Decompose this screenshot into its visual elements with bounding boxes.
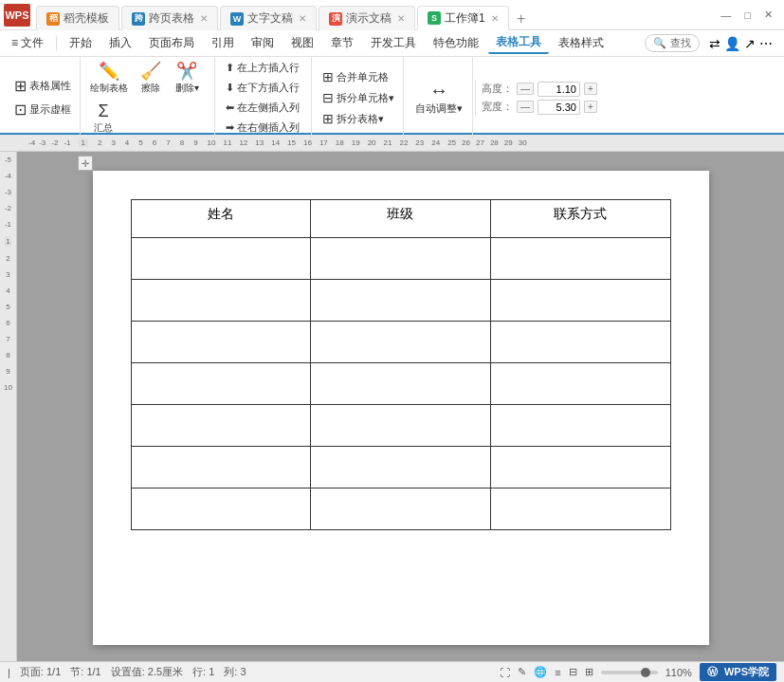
table-header-contact[interactable]: 联系方式 [490, 200, 670, 238]
vruler-num: 3 [6, 270, 9, 279]
ruler-num: 19 [352, 138, 360, 147]
document-area[interactable]: ✛ 姓名 班级 联系方式 [17, 152, 784, 661]
table-cell[interactable] [131, 488, 311, 530]
table-cell[interactable] [131, 447, 311, 488]
table-header-name[interactable]: 姓名 [131, 200, 311, 238]
layout-icon-3[interactable]: ⊞ [585, 666, 593, 678]
vertical-ruler: -5 -4 -3 -2 -1 1 2 3 4 5 6 7 8 9 10 [0, 152, 17, 661]
menu-search[interactable]: 🔍 查找 [645, 34, 700, 52]
width-decrease-button[interactable]: — [517, 101, 534, 113]
tab-wenzi[interactable]: W 文字文稿 ✕ [220, 6, 317, 30]
ruler-numbers: -4 -3 -2 -1 1 2 3 4 5 6 7 8 9 10 11 12 1… [28, 138, 784, 147]
globe-icon[interactable]: 🌐 [534, 666, 547, 678]
layout-icon-1[interactable]: ≡ [555, 667, 560, 678]
data-table: 姓名 班级 联系方式 [131, 199, 671, 530]
table-cell[interactable] [311, 363, 491, 405]
tab-label-kuaye: 跨页表格 [149, 10, 194, 27]
menu-table-tools[interactable]: 表格工具 [488, 32, 549, 54]
menu-table-style[interactable]: 表格样式 [551, 33, 611, 53]
window-close-button[interactable]: ✕ [760, 7, 776, 23]
draw-table-button[interactable]: ✏️ 绘制表格 [86, 59, 132, 97]
menu-insert[interactable]: 插入 [101, 33, 139, 53]
zoom-slider[interactable] [601, 671, 658, 674]
insert-above-button[interactable]: ⬆ 在上方插入行 [221, 59, 304, 77]
erase-button[interactable]: 🧹 擦除 [134, 59, 168, 97]
delete-button[interactable]: ✂️ 删除▾ [170, 59, 204, 97]
tab-yanshi[interactable]: 演 演示文稿 ✕ [319, 6, 415, 30]
menu-special[interactable]: 特色功能 [426, 33, 486, 53]
width-input[interactable] [538, 100, 580, 115]
edit-icon[interactable]: ✎ [518, 666, 526, 678]
add-tab-button[interactable]: + [511, 9, 532, 29]
tab-daoke[interactable]: 稻 稻壳模板 [36, 6, 119, 30]
width-increase-button[interactable]: + [584, 101, 597, 113]
window-minimize-button[interactable]: — [717, 8, 735, 23]
toolbar-extra-3[interactable]: ↗ [744, 36, 756, 51]
tab-close-wenzi[interactable]: ✕ [299, 13, 306, 24]
table-cell[interactable] [311, 238, 491, 280]
merge-cells-button[interactable]: ⊞ 合并单元格 [318, 67, 393, 86]
layout-icon-2[interactable]: ⊟ [569, 666, 577, 678]
table-cell[interactable] [490, 322, 670, 363]
table-cell[interactable] [490, 405, 670, 447]
height-increase-button[interactable]: + [584, 83, 597, 95]
sigma-icon: Σ [98, 101, 108, 121]
table-row [131, 447, 670, 488]
table-cell[interactable] [311, 322, 491, 363]
vruler-num: 4 [6, 286, 9, 295]
tab-close-gongzuobu[interactable]: ✕ [491, 13, 499, 24]
table-properties-button[interactable]: ⊞ 表格属性 [9, 75, 76, 97]
table-cell[interactable] [311, 488, 491, 530]
insert-right-button[interactable]: ➡ 在右侧插入列 [221, 119, 304, 137]
menu-file[interactable]: ≡ 文件 [4, 33, 51, 53]
insert-below-button[interactable]: ⬇ 在下方插入行 [221, 79, 304, 97]
table-cell[interactable] [490, 447, 670, 488]
tab-close-yanshi[interactable]: ✕ [397, 13, 405, 24]
tab-icon-daoke: 稻 [46, 12, 60, 26]
search-label: 查找 [670, 36, 691, 50]
menu-layout[interactable]: 页面布局 [141, 33, 202, 53]
auto-adjust-button[interactable]: ↔ 自动调整▾ [410, 77, 468, 119]
table-cell[interactable] [490, 363, 670, 405]
insert-col-right-row: ➡ 在右侧插入列 [221, 119, 304, 137]
table-cell[interactable] [131, 363, 311, 405]
show-grid-button[interactable]: ⊡ 显示虚框 [9, 99, 76, 120]
table-cell[interactable] [490, 488, 670, 530]
toolbar-extra-1[interactable]: ⇄ [709, 36, 720, 51]
table-cell[interactable] [490, 238, 670, 280]
tab-gongzuobu[interactable]: S 工作簿1 ✕ [417, 6, 509, 30]
wps-badge[interactable]: Ⓦ WPS学院 [700, 663, 776, 681]
table-cell[interactable] [311, 280, 491, 322]
table-cell[interactable] [131, 405, 311, 447]
split-table-button[interactable]: ⊞ 拆分表格▾ [318, 109, 389, 128]
height-input[interactable] [538, 82, 580, 97]
toolbar-extra-2[interactable]: 👤 [724, 36, 740, 51]
insert-left-button[interactable]: ⬅ 在左侧插入列 [221, 99, 304, 117]
ribbon-group-properties: ⊞ 表格属性 ⊡ 显示虚框 [6, 57, 81, 138]
height-decrease-button[interactable]: — [517, 83, 534, 95]
table-cell[interactable] [131, 280, 311, 322]
fullscreen-icon[interactable]: ⛶ [500, 667, 510, 678]
tab-kuaye[interactable]: 跨 跨页表格 ✕ [121, 6, 218, 30]
window-maximize-button[interactable]: □ [740, 8, 755, 23]
toolbar-extra-4[interactable]: ⋯ [759, 36, 773, 51]
menu-reference[interactable]: 引用 [204, 33, 242, 53]
table-move-handle[interactable]: ✛ [78, 156, 93, 171]
table-row [131, 363, 670, 405]
table-cell[interactable] [311, 447, 491, 488]
table-cell[interactable] [490, 280, 670, 322]
menu-section[interactable]: 章节 [323, 33, 361, 53]
table-cell[interactable] [131, 238, 311, 280]
table-cell[interactable] [311, 405, 491, 447]
menu-review[interactable]: 审阅 [244, 33, 282, 53]
table-header-class[interactable]: 班级 [311, 200, 491, 238]
table-row [131, 488, 670, 530]
ruler-num: 27 [476, 138, 484, 147]
menu-dev[interactable]: 开发工具 [363, 33, 424, 53]
split-cells-button[interactable]: ⊟ 拆分单元格▾ [318, 88, 399, 107]
menu-view[interactable]: 视图 [283, 33, 321, 53]
tab-close-kuaye[interactable]: ✕ [200, 13, 208, 24]
table-cell[interactable] [131, 322, 311, 363]
menu-start[interactable]: 开始 [62, 33, 100, 53]
sum-button[interactable]: Σ 汇总 [86, 100, 120, 137]
